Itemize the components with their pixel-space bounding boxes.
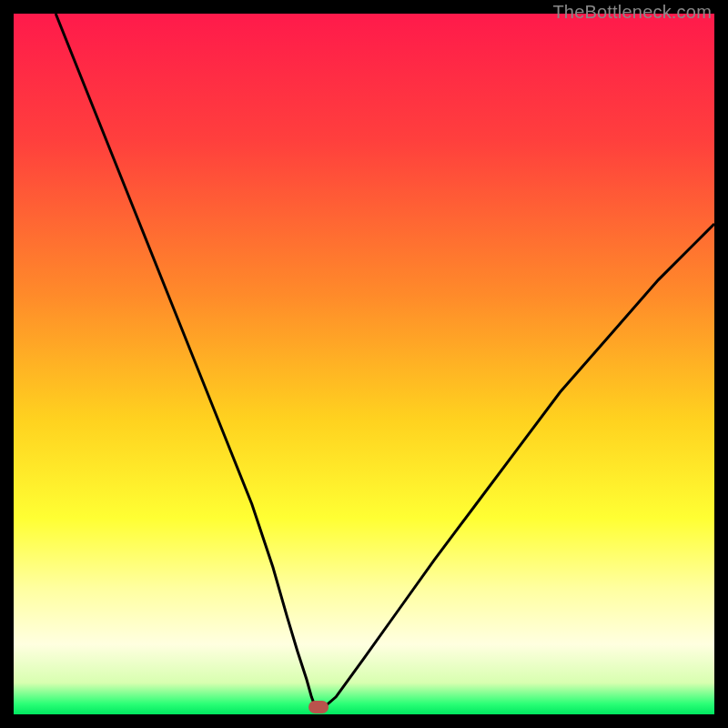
bottleneck-plot: [14, 14, 714, 714]
gradient-background: [14, 14, 714, 714]
watermark-text: TheBottleneck.com: [552, 2, 712, 23]
chart-frame: [14, 14, 714, 714]
optimal-point-marker: [308, 701, 329, 713]
